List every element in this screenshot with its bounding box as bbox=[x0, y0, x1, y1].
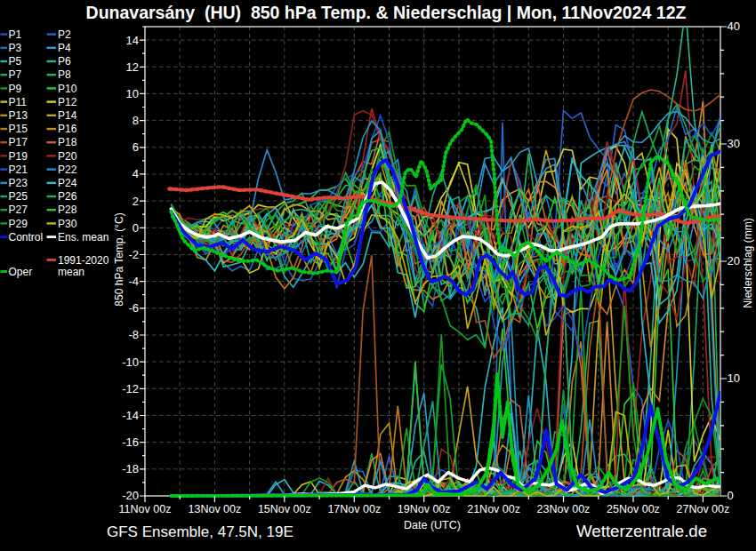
svg-text:15Nov 00z: 15Nov 00z bbox=[258, 503, 311, 515]
svg-text:-4: -4 bbox=[128, 275, 139, 288]
svg-text:2: 2 bbox=[133, 195, 139, 208]
svg-text:25Nov 00z: 25Nov 00z bbox=[607, 503, 660, 515]
svg-text:P20: P20 bbox=[58, 150, 77, 163]
svg-text:Ens. mean: Ens. mean bbox=[58, 231, 109, 244]
svg-text:P23: P23 bbox=[9, 177, 28, 189]
svg-text:P3: P3 bbox=[9, 42, 22, 54]
svg-text:P25: P25 bbox=[9, 190, 28, 203]
svg-text:P22: P22 bbox=[58, 164, 77, 176]
svg-text:21Nov 00z: 21Nov 00z bbox=[467, 503, 520, 515]
svg-text:P29: P29 bbox=[9, 218, 28, 230]
svg-text:14: 14 bbox=[126, 34, 139, 47]
svg-text:P28: P28 bbox=[58, 204, 77, 216]
svg-text:-10: -10 bbox=[122, 355, 139, 369]
svg-text:-12: -12 bbox=[122, 382, 139, 395]
svg-text:P18: P18 bbox=[58, 136, 77, 148]
svg-text:P8: P8 bbox=[58, 68, 71, 81]
svg-text:P14: P14 bbox=[58, 109, 77, 122]
svg-text:6: 6 bbox=[133, 140, 139, 154]
svg-text:13Nov 00z: 13Nov 00z bbox=[189, 503, 242, 515]
svg-text:P13: P13 bbox=[9, 109, 28, 122]
svg-text:P6: P6 bbox=[58, 55, 71, 68]
svg-text:P1: P1 bbox=[9, 28, 22, 41]
svg-text:40: 40 bbox=[728, 20, 740, 33]
svg-text:Control: Control bbox=[9, 231, 44, 244]
svg-text:P4: P4 bbox=[58, 42, 71, 54]
svg-text:Dunavarsány (HU) 850 hPa Tem: Dunavarsány (HU) 850 hPa Temp. & Nieders… bbox=[86, 3, 687, 22]
svg-text:10: 10 bbox=[126, 87, 139, 100]
svg-text:P16: P16 bbox=[58, 123, 77, 135]
svg-text:-18: -18 bbox=[122, 462, 139, 475]
svg-text:-14: -14 bbox=[122, 409, 139, 422]
svg-text:P19: P19 bbox=[9, 150, 28, 163]
svg-text:11Nov 00z: 11Nov 00z bbox=[119, 503, 172, 515]
svg-text:12: 12 bbox=[126, 60, 139, 74]
svg-text:P10: P10 bbox=[58, 83, 77, 95]
svg-text:Date (UTC): Date (UTC) bbox=[404, 519, 461, 531]
svg-text:P24: P24 bbox=[58, 177, 77, 189]
svg-text:27Nov 00z: 27Nov 00z bbox=[677, 503, 730, 515]
svg-text:-8: -8 bbox=[128, 328, 139, 341]
svg-text:P27: P27 bbox=[9, 204, 28, 216]
svg-text:-6: -6 bbox=[128, 301, 139, 315]
svg-text:1991-2020: 1991-2020 bbox=[58, 254, 109, 267]
svg-text:P26: P26 bbox=[58, 190, 77, 203]
svg-text:8: 8 bbox=[133, 114, 139, 127]
svg-text:Niederschlag (mm): Niederschlag (mm) bbox=[742, 218, 754, 307]
svg-text:mean: mean bbox=[58, 266, 84, 278]
svg-text:Wetterzentrale.de: Wetterzentrale.de bbox=[576, 522, 707, 540]
svg-text:20: 20 bbox=[728, 254, 740, 268]
svg-text:17Nov 00z: 17Nov 00z bbox=[327, 503, 381, 515]
svg-text:P21: P21 bbox=[9, 164, 28, 176]
svg-text:P7: P7 bbox=[9, 68, 22, 81]
svg-text:P30: P30 bbox=[58, 218, 77, 230]
svg-text:0: 0 bbox=[133, 221, 139, 235]
svg-text:0: 0 bbox=[728, 489, 734, 502]
svg-text:19Nov 00z: 19Nov 00z bbox=[398, 503, 451, 515]
svg-text:Oper: Oper bbox=[9, 266, 33, 278]
svg-text:GFS Ensemble, 47.5N, 19E: GFS Ensemble, 47.5N, 19E bbox=[107, 523, 294, 540]
svg-text:10: 10 bbox=[728, 371, 740, 385]
svg-text:23Nov 00z: 23Nov 00z bbox=[537, 503, 591, 515]
svg-text:4: 4 bbox=[133, 167, 139, 180]
svg-text:-2: -2 bbox=[128, 248, 139, 261]
svg-text:-20: -20 bbox=[122, 489, 139, 502]
svg-text:P9: P9 bbox=[9, 83, 22, 95]
svg-text:P12: P12 bbox=[58, 96, 77, 108]
svg-text:P2: P2 bbox=[58, 28, 71, 41]
svg-text:P17: P17 bbox=[9, 136, 28, 148]
svg-text:850 hPa Temp. (°C): 850 hPa Temp. (°C) bbox=[113, 212, 125, 306]
svg-text:-16: -16 bbox=[122, 435, 139, 449]
svg-text:P11: P11 bbox=[9, 96, 28, 108]
svg-text:30: 30 bbox=[728, 137, 740, 150]
svg-text:P5: P5 bbox=[9, 55, 22, 68]
svg-text:P15: P15 bbox=[9, 123, 28, 135]
